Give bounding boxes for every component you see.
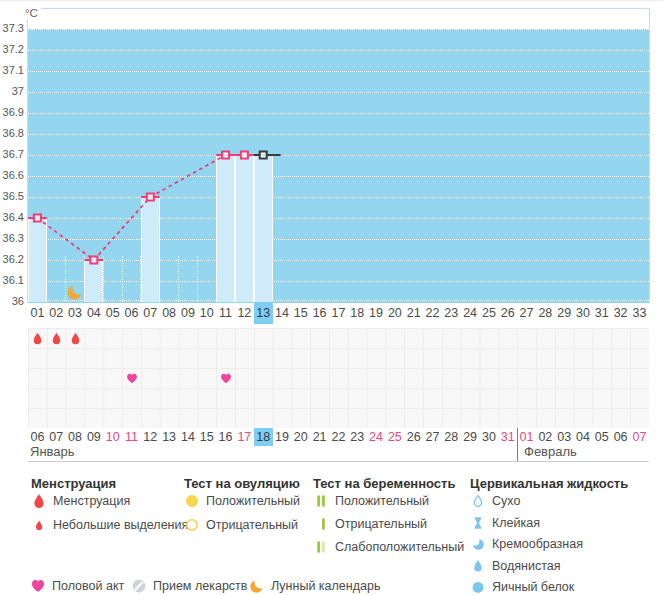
- cycle-day-cell[interactable]: 11: [216, 302, 235, 324]
- gridline-vertical: [197, 256, 198, 302]
- calendar-day-cell: 14: [179, 428, 198, 446]
- cycle-day-cell[interactable]: 25: [480, 302, 499, 324]
- y-tick-label: 36.5: [0, 190, 24, 202]
- y-tick-label: 37.1: [0, 64, 24, 76]
- cycle-day-cell[interactable]: 14: [273, 302, 292, 324]
- legend-item: Кремообразная: [470, 535, 583, 553]
- intercourse-entry-icon[interactable]: [219, 372, 233, 385]
- legend-section-header: Тест на овуляцию: [184, 476, 300, 491]
- legend-item: Небольшие выделения: [31, 516, 188, 534]
- calendar-day-cell: 20: [291, 428, 310, 446]
- gridline-horizontal: [28, 239, 649, 240]
- menstruation-entry-icon[interactable]: [31, 331, 44, 346]
- legend-item: Слабоположительный: [313, 538, 464, 556]
- legend-item: Яичный белок: [470, 578, 574, 595]
- cycle-day-cell[interactable]: 30: [574, 302, 593, 324]
- y-tick-label: 36.3: [0, 232, 24, 244]
- temperature-bar[interactable]: [28, 218, 47, 302]
- temperature-chart[interactable]: [27, 8, 650, 303]
- cycle-day-cell[interactable]: 10: [197, 302, 216, 324]
- gridline-horizontal: [28, 176, 649, 177]
- cycle-day-cell[interactable]: 16: [310, 302, 329, 324]
- cycle-day-cell[interactable]: 20: [385, 302, 404, 324]
- unit-label: °C: [22, 7, 41, 19]
- intercourse-heart-icon: [30, 578, 46, 594]
- calendar-day-cell: 12: [141, 428, 160, 446]
- intercourse-heart-icon: [219, 372, 233, 385]
- cycle-day-cell[interactable]: 24: [461, 302, 480, 324]
- cycle-day-cell-current[interactable]: 13: [254, 302, 273, 324]
- cycle-day-cell[interactable]: 17: [329, 302, 348, 324]
- cycle-day-cell[interactable]: 21: [404, 302, 423, 324]
- cycle-day-cell[interactable]: 32: [611, 302, 630, 324]
- y-tick-label: 36.2: [0, 253, 24, 265]
- bbt-chart-app: °C 37.337.237.13736.936.836.736.636.536.…: [0, 0, 663, 595]
- menstruation-drop-icon: [50, 331, 63, 346]
- cervical-dry-icon: [470, 493, 486, 509]
- cycle-day-cell[interactable]: 29: [555, 302, 574, 324]
- cycle-day-cell[interactable]: 05: [103, 302, 122, 324]
- temperature-bar[interactable]: [84, 260, 103, 302]
- calendar-day-cell: 19: [273, 428, 292, 446]
- calendar-day-cell: 09: [84, 428, 103, 446]
- cycle-day-cell[interactable]: 12: [235, 302, 254, 324]
- cycle-day-cell[interactable]: 19: [367, 302, 386, 324]
- legend-item-label: Небольшие выделения: [53, 518, 188, 532]
- calendar-day-cell: 17: [235, 428, 254, 446]
- calendar-day-cell: 07: [630, 428, 649, 446]
- cycle-day-cell[interactable]: 26: [498, 302, 517, 324]
- y-tick-label: 36.8: [0, 127, 24, 139]
- temperature-bar[interactable]: [141, 197, 160, 302]
- calendar-day-cell: 27: [423, 428, 442, 446]
- month-divider-line: [517, 428, 518, 461]
- y-tick-label: 36.6: [0, 169, 24, 181]
- menstruation-entry-icon[interactable]: [50, 331, 63, 346]
- calendar-day-cell: 06: [611, 428, 630, 446]
- gridline-vertical: [178, 256, 179, 302]
- cycle-day-cell[interactable]: 04: [84, 302, 103, 324]
- pregnancy-negative-icon: [313, 516, 329, 532]
- gridline-horizontal: [28, 29, 649, 30]
- cycle-day-cell[interactable]: 15: [291, 302, 310, 324]
- cycle-day-cell[interactable]: 07: [141, 302, 160, 324]
- legend-item: Положительный: [184, 492, 300, 510]
- legend-item: Клейкая: [470, 514, 540, 532]
- cycle-day-cell[interactable]: 18: [348, 302, 367, 324]
- calendar-day-cell: 30: [480, 428, 499, 446]
- intercourse-entry-icon[interactable]: [125, 372, 139, 385]
- cycle-day-cell[interactable]: 03: [66, 302, 85, 324]
- calendar-day-cell: 29: [461, 428, 480, 446]
- cycle-day-cell[interactable]: 27: [517, 302, 536, 324]
- events-grid[interactable]: [28, 328, 649, 428]
- cervical-sticky-icon: [470, 515, 486, 531]
- y-tick-label: 36.7: [0, 148, 24, 160]
- temperature-bar[interactable]: [254, 155, 273, 302]
- calendar-day-cell: 24: [367, 428, 386, 446]
- cervical-watery-icon: [470, 558, 486, 574]
- cycle-day-cell[interactable]: 28: [536, 302, 555, 324]
- temperature-bar[interactable]: [216, 155, 235, 302]
- calendar-day-cell: 11: [122, 428, 141, 446]
- moon-calendar-icon: [249, 578, 265, 594]
- menstruation-drop-icon: [31, 493, 47, 509]
- cycle-day-cell[interactable]: 06: [122, 302, 141, 324]
- cycle-day-cell[interactable]: 33: [630, 302, 649, 324]
- cycle-day-cell[interactable]: 23: [442, 302, 461, 324]
- cycle-day-cell[interactable]: 22: [423, 302, 442, 324]
- menstruation-entry-icon[interactable]: [69, 331, 82, 346]
- calendar-day-cell: 31: [498, 428, 517, 446]
- legend-item: Водянистая: [470, 557, 561, 575]
- cycle-day-cell[interactable]: 08: [160, 302, 179, 324]
- legend-item: Лунный календарь: [249, 577, 380, 595]
- calendar-day-cell: 16: [216, 428, 235, 446]
- temperature-bar[interactable]: [235, 155, 254, 302]
- calendar-day-cell: 23: [348, 428, 367, 446]
- cycle-day-cell[interactable]: 01: [28, 302, 47, 324]
- cycle-day-cell[interactable]: 02: [47, 302, 66, 324]
- cervical-eggwhite-icon: [470, 579, 486, 595]
- cycle-day-cell[interactable]: 09: [179, 302, 198, 324]
- cycle-day-cell[interactable]: 31: [592, 302, 611, 324]
- gridline-horizontal: [28, 155, 649, 156]
- gridline-horizontal: [28, 134, 649, 135]
- legend-section-header: Менструация: [31, 476, 116, 491]
